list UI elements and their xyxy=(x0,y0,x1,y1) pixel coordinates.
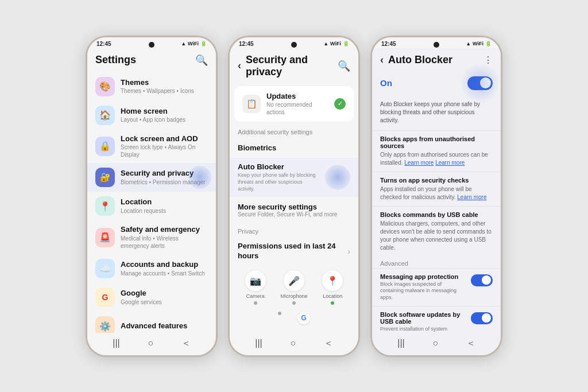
settings-item-accounts[interactable]: ☁️ Accounts and backup Manage accounts •… xyxy=(87,254,216,283)
safety-subtitle: Medical info • Wireless emergency alerts xyxy=(121,235,208,250)
location-title: Location xyxy=(121,197,208,207)
nav-back-2[interactable]: ＜ xyxy=(324,337,333,350)
themes-title: Themes xyxy=(121,78,208,88)
auto-blocker-subtitle: Keep your phone safe by blocking threats… xyxy=(238,172,318,192)
messaging-protection-title: Messaging app protection xyxy=(380,273,466,280)
screen-3: ‹ Auto Blocker ⋮ On Auto Blocker xyxy=(372,48,501,333)
settings-item-home[interactable]: 🏠 Home screen Layout • App icon badges xyxy=(87,101,216,130)
nav-home-2[interactable]: ○ xyxy=(290,338,296,348)
google-badge: G xyxy=(297,312,310,324)
back-arrow-3[interactable]: ‹ xyxy=(380,54,384,66)
camera-perm[interactable]: 📷 Camera xyxy=(245,270,266,305)
messaging-protection-subtitle: Block images suspected of containing mal… xyxy=(380,281,466,301)
status-icons-2: ▲ WiFi 🔋 xyxy=(323,41,349,46)
bottom-nav-3: ||| ○ ＜ xyxy=(372,333,501,355)
back-arrow-2[interactable]: ‹ xyxy=(238,60,241,72)
location-perm[interactable]: 📍 Location xyxy=(322,270,343,305)
usb-updates-title: Block software updates by USB cable xyxy=(380,311,466,325)
auto-blocker-item[interactable]: Auto Blocker Keep your phone safe by blo… xyxy=(230,158,358,197)
status-bar-3: 12:45 ▲ WiFi 🔋 xyxy=(372,37,501,48)
settings-list-1: 🎨 Themes Themes • Wallpapers • Icons 🏠 H… xyxy=(87,70,216,333)
settings-item-safety[interactable]: 🚨 Safety and emergency Medical info • Wi… xyxy=(87,220,216,254)
search-icon-1[interactable]: 🔍 xyxy=(195,54,208,67)
nav-recent-2[interactable]: ||| xyxy=(255,338,262,348)
time-1: 12:45 xyxy=(96,41,111,47)
settings-item-security[interactable]: 🔐 Security and privacy Biometrics • Perm… xyxy=(87,163,216,192)
messaging-knob xyxy=(482,275,491,285)
permissions-title: Permissions used in last 24 hours xyxy=(238,242,342,261)
nav-recent-1[interactable]: ||| xyxy=(113,338,119,348)
messaging-toggle[interactable] xyxy=(471,274,493,286)
additional-label: Additional security settings xyxy=(230,124,358,138)
toggle-row: On xyxy=(372,69,501,97)
camera-dot-3 xyxy=(434,42,439,48)
google-badge-row: G xyxy=(230,309,358,329)
time-2: 12:45 xyxy=(239,41,254,47)
phone-2: 12:45 ▲ WiFi 🔋 ‹ Security and privacy 🔍 … xyxy=(228,36,360,357)
ab-learn-more-0-link[interactable]: Learn more xyxy=(435,160,465,166)
app-bar-2: ‹ Security and privacy 🔍 xyxy=(230,48,358,81)
ab-section-0-text: Only apps from authorised sources can be… xyxy=(380,151,493,167)
status-bar-2: 12:45 ▲ WiFi 🔋 xyxy=(230,37,358,48)
updates-title: Updates xyxy=(266,92,328,102)
microphone-label: Microphone xyxy=(280,293,307,299)
screen-title-1: Settings xyxy=(95,54,136,66)
privacy-label: Privacy xyxy=(230,223,358,237)
phone-1: 12:45 ▲ WiFi 🔋 Settings 🔍 🎨 Themes Theme… xyxy=(86,36,218,357)
ab-section-0-title: Blocks apps from unauthorised sources xyxy=(380,135,493,149)
settings-item-google[interactable]: G Google Google services xyxy=(87,283,216,312)
ab-section-2-text: Malicious chargers, computers, and other… xyxy=(380,220,493,252)
permissions-item[interactable]: Permissions used in last 24 hours › xyxy=(230,237,358,266)
toggle-section: On xyxy=(372,69,501,97)
security-ripple xyxy=(188,166,211,189)
toggle-glow xyxy=(460,63,500,103)
microphone-icon: 🎤 xyxy=(284,270,304,291)
search-icon-2[interactable]: 🔍 xyxy=(338,60,350,72)
settings-item-themes[interactable]: 🎨 Themes Themes • Wallpapers • Icons xyxy=(87,72,216,101)
home-subtitle: Layout • App icon badges xyxy=(121,116,208,123)
google-icon: G xyxy=(95,288,115,307)
nav-recent-3[interactable]: ||| xyxy=(397,338,404,348)
ab-learn-more-1[interactable]: Learn more xyxy=(457,194,486,200)
biometrics-item[interactable]: Biometrics xyxy=(230,138,358,158)
screen-1: Settings 🔍 🎨 Themes Themes • Wallpapers … xyxy=(87,48,216,333)
location-label: Location xyxy=(323,293,342,299)
location-perm-icon: 📍 xyxy=(322,270,343,291)
lockscreen-icon: 🔒 xyxy=(95,137,115,156)
usb-updates-subtitle: Prevent installation of system software … xyxy=(380,326,466,333)
updates-subtitle: No recommended actions xyxy=(266,101,328,116)
screen-title-2: Security and privacy xyxy=(246,54,338,78)
usb-updates-knob xyxy=(482,313,491,323)
green-check: ✓ xyxy=(334,98,346,110)
google-title: Google xyxy=(121,289,208,298)
safety-icon: 🚨 xyxy=(95,228,115,247)
more-security-subtitle: Secure Folder, Secure Wi-Fi, and more xyxy=(238,211,350,218)
settings-item-advanced[interactable]: ⚙️ Advanced features xyxy=(87,312,216,332)
nav-home-3[interactable]: ○ xyxy=(432,338,438,348)
ab-section-2: Blocks commands by USB cable Malicious c… xyxy=(372,206,501,257)
ab-section-2-title: Blocks commands by USB cable xyxy=(380,211,493,218)
nav-home-1[interactable]: ○ xyxy=(148,338,153,348)
settings-item-lockscreen[interactable]: 🔒 Lock screen and AOD Screen lock type •… xyxy=(87,130,216,164)
home-icon: 🏠 xyxy=(95,106,115,125)
permission-row: 📷 Camera 🎤 Microphone 📍 Location xyxy=(230,266,358,309)
usb-updates-toggle[interactable] xyxy=(471,312,493,324)
settings-item-location[interactable]: 📍 Location Location requests xyxy=(87,192,216,220)
status-icons-1: ▲ WiFi 🔋 xyxy=(181,41,207,46)
more-security-item[interactable]: More security settings Secure Folder, Se… xyxy=(230,197,358,223)
updates-icon: 📋 xyxy=(242,95,261,113)
nav-back-3[interactable]: ＜ xyxy=(466,337,475,350)
updates-item[interactable]: 📋 Updates No recommended actions ✓ xyxy=(234,86,354,122)
google-subtitle: Google services xyxy=(121,298,208,306)
status-icons-3: ▲ WiFi 🔋 xyxy=(466,41,492,46)
microphone-perm[interactable]: 🎤 Microphone xyxy=(280,270,307,305)
advanced-title: Advanced features xyxy=(121,321,208,331)
nav-back-1[interactable]: ＜ xyxy=(181,337,191,350)
themes-subtitle: Themes • Wallpapers • Icons xyxy=(121,87,208,95)
camera-dot-2 xyxy=(291,42,297,48)
themes-icon: 🎨 xyxy=(95,77,115,96)
phone-3: 12:45 ▲ WiFi 🔋 ‹ Auto Blocker ⋮ On xyxy=(370,36,502,357)
camera-icon: 📷 xyxy=(245,270,266,291)
ab-learn-more-0[interactable]: Learn more xyxy=(404,160,434,166)
auto-blocker-ripple xyxy=(325,165,350,190)
